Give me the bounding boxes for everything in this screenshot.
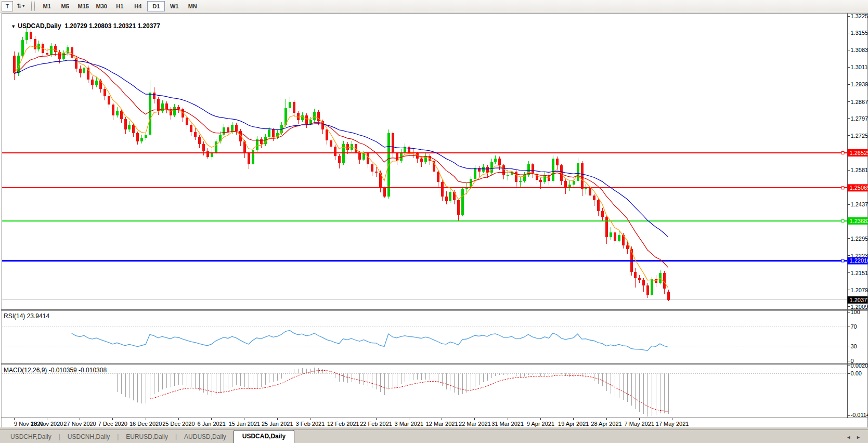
chart-title: ▼USDCAD,Daily 1.20729 1.20803 1.20321 1.… bbox=[4, 15, 160, 37]
rsi-header: RSI(14) 23.9414 bbox=[4, 312, 49, 320]
svg-text:30: 30 bbox=[851, 343, 857, 349]
svg-text:3 Feb 2021: 3 Feb 2021 bbox=[296, 421, 325, 427]
text-tool-button[interactable]: T bbox=[2, 1, 13, 11]
svg-text:0.00: 0.00 bbox=[851, 370, 862, 376]
svg-text:18 Nov 2020: 18 Nov 2020 bbox=[31, 421, 63, 427]
svg-text:1.27250: 1.27250 bbox=[851, 133, 868, 139]
macd-header: MACD(12,26,9) -0.010359 -0.010308 bbox=[4, 367, 107, 374]
svg-text:19 Apr 2021: 19 Apr 2021 bbox=[558, 421, 589, 427]
chart-arrange-button[interactable]: ⇅ ▾ bbox=[14, 1, 27, 11]
chart-tabs-bar: USDCHF,Daily|USDCNH,Daily|EURUSD,Daily|A… bbox=[0, 429, 868, 443]
svg-text:1.22016: 1.22016 bbox=[850, 257, 868, 264]
svg-text:1.28670: 1.28670 bbox=[851, 99, 868, 105]
arrange-icon: ⇅ bbox=[17, 3, 21, 9]
svg-text:1.31550: 1.31550 bbox=[851, 30, 868, 36]
svg-text:1.30110: 1.30110 bbox=[851, 64, 868, 70]
toolbar-grip[interactable] bbox=[31, 2, 35, 11]
svg-text:17 May 2021: 17 May 2021 bbox=[656, 421, 689, 427]
svg-text:1.24370: 1.24370 bbox=[851, 201, 868, 207]
svg-text:1.26529: 1.26529 bbox=[850, 150, 868, 156]
svg-text:100: 100 bbox=[851, 309, 860, 315]
ohlc-values: 1.20729 1.20803 1.20321 1.20377 bbox=[64, 22, 160, 30]
svg-text:7 May 2021: 7 May 2021 bbox=[625, 421, 654, 427]
chart-tab-usdcad[interactable]: USDCAD,Daily bbox=[234, 430, 294, 443]
svg-text:6 Jan 2021: 6 Jan 2021 bbox=[197, 421, 225, 427]
svg-text:12 Feb 2021: 12 Feb 2021 bbox=[327, 421, 359, 427]
chart-tab-usdchf[interactable]: USDCHF,Daily bbox=[3, 431, 59, 443]
timeframe-button-h1[interactable]: H1 bbox=[111, 1, 128, 11]
chart-tabs: USDCHF,Daily|USDCNH,Daily|EURUSD,Daily|A… bbox=[0, 430, 294, 443]
svg-text:15 Jan 2021: 15 Jan 2021 bbox=[229, 421, 261, 427]
svg-text:70: 70 bbox=[851, 323, 857, 330]
top-toolbar: T ⇅ ▾ M1M5M15M30H1H4D1W1MN bbox=[0, 0, 868, 12]
chevron-down-icon: ▾ bbox=[22, 4, 24, 8]
svg-text:31 Mar 2021: 31 Mar 2021 bbox=[491, 421, 524, 427]
svg-text:22 Mar 2021: 22 Mar 2021 bbox=[459, 421, 491, 427]
svg-text:-0.01146: -0.01146 bbox=[851, 412, 868, 418]
svg-text:7 Dec 2020: 7 Dec 2020 bbox=[98, 421, 127, 427]
svg-text:1.25065: 1.25065 bbox=[850, 185, 868, 191]
svg-text:0.002074: 0.002074 bbox=[851, 362, 868, 369]
svg-text:12 Mar 2021: 12 Mar 2021 bbox=[426, 421, 458, 427]
timeframe-button-d1[interactable]: D1 bbox=[147, 1, 165, 11]
tab-scroll-right-icon[interactable]: ► bbox=[856, 435, 861, 440]
timeframe-button-m5[interactable]: M5 bbox=[56, 1, 74, 11]
timeframe-button-m15[interactable]: M15 bbox=[74, 1, 92, 11]
svg-text:1.27970: 1.27970 bbox=[851, 115, 868, 122]
svg-text:16 Dec 2020: 16 Dec 2020 bbox=[129, 421, 162, 427]
chart-window[interactable]: ▼USDCAD,Daily 1.20729 1.20803 1.20321 1.… bbox=[0, 12, 868, 427]
symbol-period-label: USDCAD,Daily bbox=[18, 22, 61, 30]
tab-scroll-left-icon[interactable]: ◄ bbox=[846, 435, 851, 440]
svg-text:25 Dec 2020: 25 Dec 2020 bbox=[162, 421, 195, 427]
chart-tab-usdcnh[interactable]: USDCNH,Daily bbox=[60, 431, 117, 443]
timeframe-button-h4[interactable]: H4 bbox=[129, 1, 147, 11]
timeframe-buttons: M1M5M15M30H1H4D1W1MN bbox=[38, 1, 201, 11]
svg-text:1.29390: 1.29390 bbox=[851, 81, 868, 87]
chart-tab-audusd[interactable]: AUDUSD,Daily bbox=[177, 431, 234, 443]
svg-text:25 Jan 2021: 25 Jan 2021 bbox=[262, 421, 293, 427]
svg-text:1.23683: 1.23683 bbox=[850, 218, 868, 224]
svg-text:1.30830: 1.30830 bbox=[851, 47, 868, 53]
svg-text:1.22950: 1.22950 bbox=[851, 236, 868, 242]
svg-text:22 Feb 2021: 22 Feb 2021 bbox=[360, 421, 392, 427]
price-chart-canvas[interactable]: 1.322501.315501.308301.301101.293901.286… bbox=[0, 12, 868, 427]
chart-tab-eurusd[interactable]: EURUSD,Daily bbox=[119, 431, 175, 443]
svg-text:1.25810: 1.25810 bbox=[851, 167, 868, 173]
svg-text:1.21510: 1.21510 bbox=[851, 270, 868, 276]
timeframe-button-w1[interactable]: W1 bbox=[165, 1, 183, 11]
svg-text:1.32250: 1.32250 bbox=[851, 13, 868, 19]
svg-text:27 Nov 2020: 27 Nov 2020 bbox=[63, 421, 96, 427]
timeframe-button-m1[interactable]: M1 bbox=[38, 1, 56, 11]
collapse-icon[interactable]: ▼ bbox=[11, 24, 16, 29]
svg-text:28 Apr 2021: 28 Apr 2021 bbox=[591, 421, 621, 427]
svg-text:1.20790: 1.20790 bbox=[851, 287, 868, 293]
svg-text:9 Apr 2021: 9 Apr 2021 bbox=[527, 421, 554, 427]
timeframe-button-mn[interactable]: MN bbox=[184, 1, 201, 11]
svg-text:1.20377: 1.20377 bbox=[850, 297, 868, 303]
svg-text:3 Mar 2021: 3 Mar 2021 bbox=[395, 421, 424, 427]
timeframe-button-m30[interactable]: M30 bbox=[93, 1, 110, 11]
